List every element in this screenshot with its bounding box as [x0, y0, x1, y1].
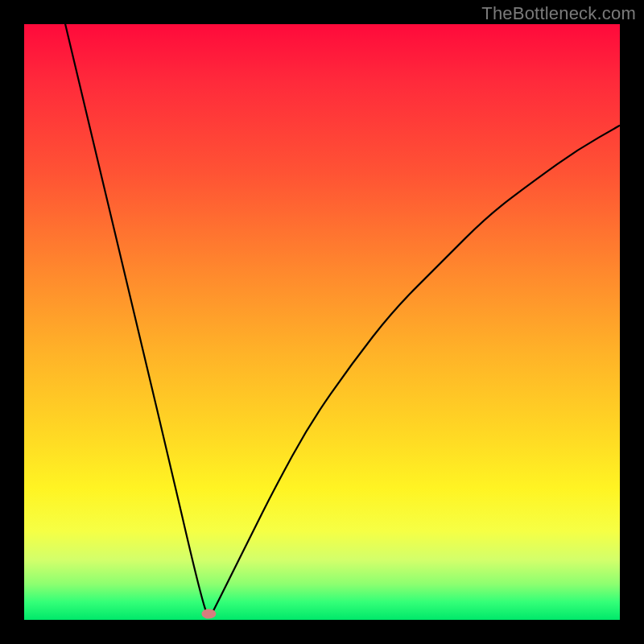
chart-frame: TheBottleneck.com — [0, 0, 644, 644]
attribution-text: TheBottleneck.com — [481, 3, 636, 24]
plot-area — [24, 24, 620, 620]
curve-layer — [24, 24, 620, 620]
bottleneck-curve-path — [24, 24, 620, 617]
minimum-marker — [201, 609, 216, 619]
